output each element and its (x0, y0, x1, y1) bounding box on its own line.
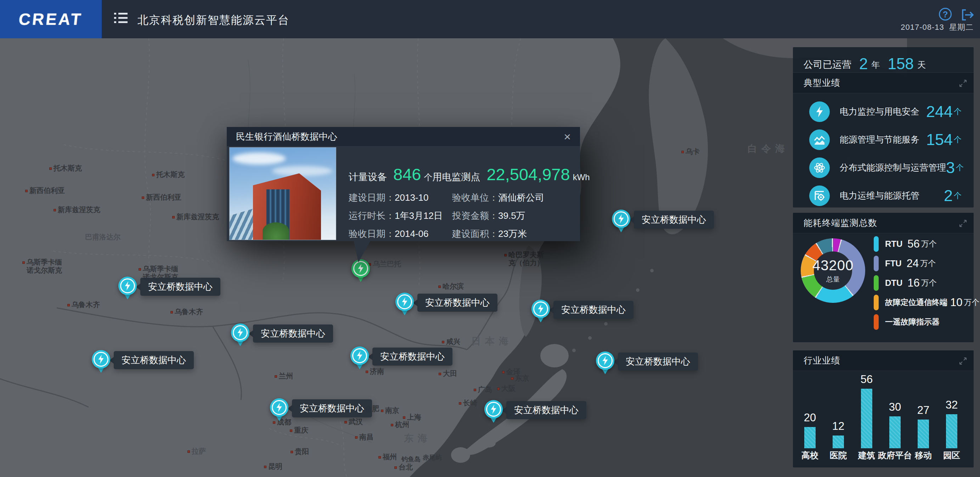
typical-item-unit: 个 (954, 134, 962, 145)
map-marker-label[interactable]: 安立桥数据中心 (292, 399, 372, 417)
city-label: 钓鱼岛 (401, 455, 420, 464)
city-label: 乌兰巴托 (369, 260, 401, 268)
close-icon[interactable]: × (564, 131, 571, 142)
industry-bar[interactable] (833, 436, 844, 448)
popup-title: 民生银行酒仙桥数据中心 (236, 131, 564, 143)
city-dot (49, 168, 52, 170)
terminal-donut-chart[interactable]: 43200 总量 (801, 238, 865, 303)
map-marker-selected[interactable] (352, 259, 370, 282)
weekday-value: 星期二 (949, 23, 974, 32)
marker-lightning-icon (395, 293, 414, 311)
city-dot (474, 389, 476, 391)
map-marker[interactable] (350, 346, 369, 369)
city-label: 大田 (439, 370, 457, 378)
marker-lightning-icon (231, 324, 250, 342)
city-label: 托木斯克 (49, 164, 82, 172)
city-dot (188, 450, 190, 453)
sea-label: 日本海 (471, 335, 513, 348)
detail-item: 建设日期：2013-10 (348, 191, 452, 204)
map-marker[interactable] (531, 300, 550, 322)
industry-bar[interactable] (861, 389, 872, 448)
expand-icon[interactable] (959, 79, 967, 89)
map-marker-label[interactable]: 安立桥数据中心 (417, 294, 498, 312)
map-marker[interactable] (92, 350, 110, 373)
marker-lightning-icon (92, 350, 110, 369)
city-label: 乌鲁木齐 (170, 308, 203, 316)
bar-category-label: 园区 (932, 450, 971, 461)
marker-lightning-icon (596, 351, 614, 370)
city-label: 东京 (511, 374, 529, 382)
city-dot (403, 416, 405, 419)
city-dot (290, 429, 292, 432)
city-label: 大阪 (497, 384, 515, 392)
city-label: 新库兹涅茨克 (54, 206, 100, 214)
sea-label: 东海 (404, 432, 431, 445)
typical-item[interactable]: 电力监控与用电安全 244 个 (793, 97, 974, 126)
operation-years: 2 (859, 55, 868, 73)
typical-item[interactable]: 能源管理与节能服务 154 个 (793, 126, 974, 153)
detail-item: 投资金额：39.5万 (452, 210, 572, 222)
map-marker[interactable] (270, 398, 288, 421)
city-dot (497, 388, 500, 390)
expand-icon[interactable] (959, 219, 967, 229)
bar-value-label: 30 (879, 401, 911, 413)
city-dot (511, 377, 513, 380)
stat-unit: kWh (573, 172, 590, 182)
city-label: 昆明 (264, 463, 282, 471)
map-marker[interactable] (395, 293, 414, 315)
stat-value: 846 (393, 164, 421, 184)
city-label: 南京 (381, 407, 399, 415)
city-dot (439, 373, 441, 375)
city-dot (291, 451, 293, 453)
industry-bar[interactable] (889, 416, 900, 448)
city-dot (152, 174, 154, 176)
donut-total-label: 总量 (826, 275, 840, 284)
map-marker-label[interactable]: 安立桥数据中心 (253, 324, 333, 343)
expand-icon[interactable] (959, 357, 967, 367)
map-marker-label[interactable]: 安立桥数据中心 (372, 348, 452, 365)
menu-icon[interactable] (114, 13, 128, 26)
industry-title: 行业业绩 (803, 355, 840, 366)
map-marker-label[interactable]: 安立桥数据中心 (554, 301, 633, 319)
marker-lightning-icon (118, 277, 137, 295)
legend-item[interactable]: FTU 24 万个 (874, 256, 969, 271)
legend-item[interactable]: RTU 56 万个 (874, 236, 969, 252)
company-operation: 公司已运营 2 年 158 天 (793, 47, 974, 73)
panel-typical: 公司已运营 2 年 158 天 典型业绩 电力监控与用电安全 244 个 (793, 47, 974, 207)
popup-body: 计量设备 846 个 用电监测点 22,504,978 kWh 建设日期：201… (227, 146, 580, 241)
map-marker[interactable] (596, 351, 614, 374)
cloud-art (232, 153, 286, 164)
industry-bar[interactable] (918, 420, 929, 448)
typical-header: 典型业绩 (793, 73, 974, 93)
ops-server-icon (809, 185, 830, 206)
city-label: 哈尔滨 (438, 282, 464, 290)
map-marker[interactable] (231, 324, 250, 346)
map-marker[interactable] (612, 210, 630, 232)
city-dot (22, 262, 25, 264)
typical-item[interactable]: 分布式能源控制与运营管理 3 个 (793, 153, 974, 182)
map-marker-label[interactable]: 安立桥数据中心 (634, 211, 714, 229)
city-label: 长崎 (459, 399, 477, 407)
industry-bar[interactable] (946, 414, 957, 448)
map-marker-label[interactable]: 安立桥数据中心 (140, 278, 220, 296)
legend-item[interactable]: DTU 16 万个 (874, 275, 969, 291)
map-marker-label[interactable]: 安立桥数据中心 (114, 351, 194, 369)
map-marker-label[interactable]: 安立桥数据中心 (506, 401, 586, 419)
legend-item[interactable]: 一遥故障指示器 (874, 314, 969, 330)
industry-bar-chart[interactable]: 20高校12医院56建筑30政府平台27移动32园区 (793, 371, 974, 467)
legend-chip (874, 314, 879, 330)
stat-value: 22,504,978 (487, 164, 570, 184)
logout-icon[interactable] (961, 8, 974, 23)
city-dot (438, 286, 441, 288)
typical-item[interactable]: 电力运维与能源托管 2 个 (793, 182, 974, 210)
industry-bar[interactable] (804, 427, 816, 448)
logo[interactable]: CREAT (0, 0, 102, 38)
map-marker[interactable] (118, 277, 137, 299)
map-marker-label[interactable]: 安立桥数据中心 (618, 353, 698, 371)
legend-item[interactable]: 故障定位通信终端 10 万个 (874, 295, 969, 310)
bush-art (262, 222, 289, 240)
help-icon[interactable]: ? (939, 8, 951, 21)
map-marker[interactable] (484, 400, 503, 423)
legend-chip (874, 256, 879, 271)
city-label: 乌斯季卡缅诺戈尔斯克 (22, 258, 62, 274)
